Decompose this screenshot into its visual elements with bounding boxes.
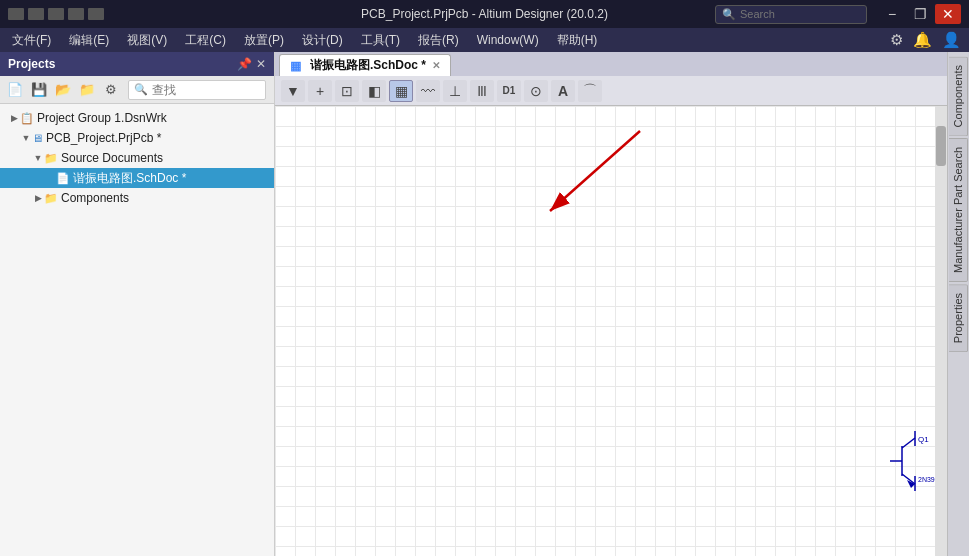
search-icon: 🔍: [722, 8, 736, 21]
power-button[interactable]: ⊙: [524, 80, 548, 102]
projects-panel: Projects 📌 ✕ 📄 💾 📂 📁 ⚙ 🔍 ▶ 📋 Projec: [0, 52, 275, 556]
pcb-project-icon: 🖥: [32, 132, 43, 144]
app-icon-3: [48, 8, 64, 20]
menu-file[interactable]: 文件(F): [4, 30, 59, 51]
tab-close-button[interactable]: ✕: [432, 60, 440, 71]
minimize-button[interactable]: −: [879, 4, 905, 24]
title-search-box[interactable]: 🔍: [715, 5, 867, 24]
save-button[interactable]: 💾: [28, 80, 50, 100]
tab-schdoc-icon: ▦: [290, 59, 301, 73]
title-bar-right: 🔍 − ❐ ✕: [715, 4, 961, 24]
close-project-button[interactable]: 📁: [76, 80, 98, 100]
title-icons: [8, 8, 104, 20]
select-line-button[interactable]: ◧: [362, 80, 386, 102]
right-sidebar: Components Manufacturer Part Search Prop…: [947, 52, 969, 556]
designator-button[interactable]: D1: [497, 80, 521, 102]
app-icon-1: [8, 8, 24, 20]
tab-schdoc[interactable]: ▦ 谐振电路图.SchDoc * ✕: [279, 54, 451, 76]
pin-icon[interactable]: 📌: [237, 57, 252, 71]
menu-project[interactable]: 工程(C): [177, 30, 234, 51]
folder-icon: 📁: [44, 152, 58, 165]
panel-search-box[interactable]: 🔍: [128, 80, 266, 100]
tree-item-source-docs[interactable]: ▼ 📁 Source Documents: [0, 148, 274, 168]
menu-place[interactable]: 放置(P): [236, 30, 292, 51]
settings-icon[interactable]: ⚙: [890, 31, 903, 49]
grid-background: [275, 106, 947, 556]
panel-search-input[interactable]: [152, 83, 260, 97]
project-tree: ▶ 📋 Project Group 1.DsnWrk ▼ 🖥 PCB_Proje…: [0, 104, 274, 556]
schematic-canvas[interactable]: Q1 2N3904 Q2 2N3904: [275, 106, 947, 556]
notification-icon[interactable]: 🔔: [913, 31, 932, 49]
open-folder-button[interactable]: 📂: [52, 80, 74, 100]
select-rect-button[interactable]: ⊡: [335, 80, 359, 102]
project-group-icon: 📋: [20, 112, 34, 125]
tree-arrow-source: ▼: [32, 153, 44, 163]
tab-manufacturer-part[interactable]: Manufacturer Part Search: [949, 138, 968, 282]
filter-button[interactable]: ▼: [281, 80, 305, 102]
center-area: ▦ 谐振电路图.SchDoc * ✕ ▼ + ⊡ ◧ ▦ 〰 ⊥ ||| D1 …: [275, 52, 947, 556]
tree-label-components: Components: [61, 191, 129, 205]
svg-text:Q1: Q1: [918, 435, 929, 444]
restore-button[interactable]: ❐: [907, 4, 933, 24]
tree-item-components[interactable]: ▶ 📁 Components: [0, 188, 274, 208]
tree-label-source-docs: Source Documents: [61, 151, 163, 165]
schematic-toolbar: ▼ + ⊡ ◧ ▦ 〰 ⊥ ||| D1 ⊙ A ⌒: [275, 76, 947, 106]
title-search-input[interactable]: [740, 8, 860, 20]
tree-arrow-group: ▶: [8, 113, 20, 123]
close-button[interactable]: ✕: [935, 4, 961, 24]
title-bar-left: [8, 8, 104, 20]
tree-arrow-pcb: ▼: [20, 133, 32, 143]
tab-bar: ▦ 谐振电路图.SchDoc * ✕: [275, 52, 947, 76]
net-button[interactable]: |||: [470, 80, 494, 102]
tree-label-pcb-project: PCB_Project.PrjPcb *: [46, 131, 161, 145]
app-icon-4: [68, 8, 84, 20]
menu-window[interactable]: Window(W): [469, 31, 547, 49]
panel-close-icon[interactable]: ✕: [256, 57, 266, 71]
window-title: PCB_Project.PrjPcb - Altium Designer (20…: [361, 7, 608, 21]
text-button[interactable]: A: [551, 80, 575, 102]
tab-properties[interactable]: Properties: [949, 284, 968, 352]
svg-line-6: [902, 438, 915, 448]
tree-label-project-group: Project Group 1.DsnWrk: [37, 111, 167, 125]
bus-button[interactable]: ⊥: [443, 80, 467, 102]
title-bar: PCB_Project.PrjPcb - Altium Designer (20…: [0, 0, 969, 28]
new-file-button[interactable]: 📄: [4, 80, 26, 100]
tree-item-schdoc[interactable]: 📄 谐振电路图.SchDoc *: [0, 168, 274, 188]
wire-button[interactable]: 〰: [416, 80, 440, 102]
menu-reports[interactable]: 报告(R): [410, 30, 467, 51]
tree-item-pcb-project[interactable]: ▼ 🖥 PCB_Project.PrjPcb *: [0, 128, 274, 148]
arc-button[interactable]: ⌒: [578, 80, 602, 102]
menu-edit[interactable]: 编辑(E): [61, 30, 117, 51]
tree-item-project-group[interactable]: ▶ 📋 Project Group 1.DsnWrk: [0, 108, 274, 128]
components-folder-icon: 📁: [44, 192, 58, 205]
account-icon[interactable]: 👤: [942, 31, 961, 49]
menu-view[interactable]: 视图(V): [119, 30, 175, 51]
main-layout: Projects 📌 ✕ 📄 💾 📂 📁 ⚙ 🔍 ▶ 📋 Projec: [0, 52, 969, 556]
panel-header-icons: 📌 ✕: [237, 57, 266, 71]
tree-label-schdoc: 谐振电路图.SchDoc *: [73, 170, 186, 187]
tab-schdoc-label: 谐振电路图.SchDoc *: [310, 57, 426, 74]
menu-tools[interactable]: 工具(T): [353, 30, 408, 51]
schdoc-icon: 📄: [56, 172, 70, 185]
menu-design[interactable]: 设计(D): [294, 30, 351, 51]
panel-title: Projects: [8, 57, 55, 71]
scrollbar-thumb[interactable]: [936, 126, 946, 166]
search-panel-icon: 🔍: [134, 83, 148, 96]
menu-help[interactable]: 帮助(H): [549, 30, 606, 51]
tree-arrow-components: ▶: [32, 193, 44, 203]
app-icon-2: [28, 8, 44, 20]
tab-components[interactable]: Components: [949, 56, 968, 136]
settings-panel-button[interactable]: ⚙: [100, 80, 122, 100]
panel-toolbar: 📄 💾 📂 📁 ⚙ 🔍: [0, 76, 274, 104]
app-icon-5: [88, 8, 104, 20]
panel-header: Projects 📌 ✕: [0, 52, 274, 76]
vertical-scrollbar[interactable]: [935, 106, 947, 556]
add-button[interactable]: +: [308, 80, 332, 102]
menu-bar: 文件(F) 编辑(E) 视图(V) 工程(C) 放置(P) 设计(D) 工具(T…: [0, 28, 969, 52]
component-button[interactable]: ▦: [389, 80, 413, 102]
